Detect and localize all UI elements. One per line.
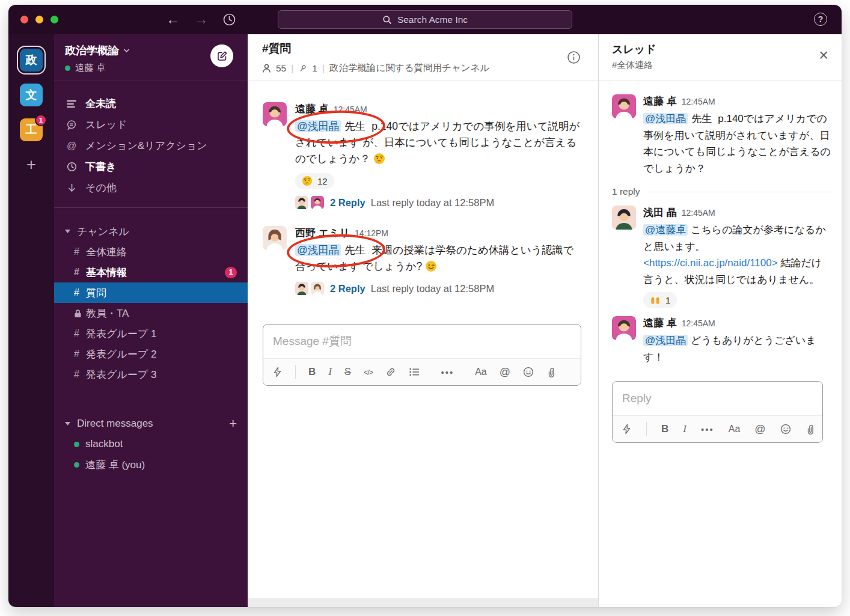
ordered-list-icon[interactable]	[409, 367, 420, 377]
minimize-window-button[interactable]	[35, 16, 43, 23]
italic-button[interactable]: I	[328, 366, 332, 378]
message-author[interactable]: 浅田 晶	[643, 206, 677, 219]
channel-info-button[interactable]	[566, 50, 581, 65]
mention-asada[interactable]: @浅田晶	[295, 244, 341, 256]
reply-count-label: 1 reply	[612, 186, 640, 197]
channel-item-zentai[interactable]: # 全体連絡	[54, 242, 248, 262]
channel-item-shitsumon-selected[interactable]: # 質問	[54, 282, 248, 303]
dm-item-self[interactable]: 遠藤 卓 (you)	[54, 454, 248, 475]
message-time[interactable]: 14:12PM	[355, 228, 388, 238]
help-button[interactable]: ?	[814, 13, 827, 26]
message-author[interactable]: 遠藤 卓	[643, 316, 677, 330]
sidebar-item-drafts[interactable]: 下書き	[54, 156, 248, 177]
reply-count-link[interactable]: 2 Reply	[330, 283, 365, 294]
strikethrough-button[interactable]: S	[344, 367, 351, 377]
cinii-link[interactable]: <https://ci.nii.ac.jp/naid/1100>	[643, 257, 778, 269]
avatar-endo[interactable]	[612, 316, 636, 340]
channel-item-group2[interactable]: # 発表グループ 2	[54, 344, 248, 364]
presence-dot	[74, 462, 79, 468]
channel-item-group3[interactable]: # 発表グループ 3	[54, 364, 248, 385]
add-dm-button[interactable]: +	[229, 416, 237, 432]
message-time[interactable]: 12:45AM	[682, 319, 715, 328]
mention-button[interactable]: @	[500, 366, 510, 379]
close-window-button[interactable]	[20, 16, 28, 23]
avatar-nishino[interactable]	[263, 226, 287, 250]
code-button[interactable]: </>	[364, 368, 373, 377]
mention-asada[interactable]: @浅田晶	[295, 120, 341, 132]
member-count[interactable]: 55	[276, 63, 286, 74]
attachment-icon[interactable]	[546, 367, 556, 377]
more-options-button[interactable]: •••	[701, 424, 714, 435]
message-composer: B I S </> ••• Aa @	[263, 324, 581, 386]
replies-separator: 1 reply	[612, 186, 831, 197]
avatar-endo[interactable]	[612, 94, 636, 118]
history-back-button[interactable]: ←	[166, 13, 180, 26]
text-format-button[interactable]: Aa	[729, 424, 741, 435]
hash-icon: #	[74, 267, 86, 278]
mention-endo[interactable]: @遠藤卓	[643, 224, 688, 236]
workspace-switcher-2[interactable]: 文	[20, 84, 43, 106]
thread-preview[interactable]: 2 Reply Last reply today at 12:58PM	[295, 196, 584, 209]
sidebar-item-all-unread[interactable]: 全未読	[54, 93, 248, 114]
traffic-lights	[20, 16, 58, 23]
unread-badge: 1	[35, 114, 47, 126]
new-message-button[interactable]	[210, 44, 233, 67]
close-icon[interactable]: ×	[819, 47, 828, 64]
last-reply-time: Last reply today at 12:58PM	[371, 197, 494, 209]
dm-header[interactable]: Direct messages +	[54, 413, 248, 434]
add-workspace-button[interactable]: +	[26, 156, 36, 174]
thread-preview[interactable]: 2 Reply Last reply today at 12:58PM	[295, 282, 584, 295]
history-clock-icon[interactable]	[222, 13, 236, 26]
message-time[interactable]: 12:45AM	[682, 208, 715, 218]
channels-header[interactable]: チャンネル	[54, 221, 248, 242]
avatar-endo[interactable]	[263, 102, 287, 126]
search-input[interactable]: Search Acme Inc	[278, 10, 572, 29]
message-text: @浅田晶先生p.140ではアメリカでの事例を用いて説明がされていますが、日本につ…	[643, 111, 831, 177]
link-icon[interactable]	[385, 367, 396, 377]
sidebar-item-more[interactable]: その他	[54, 177, 248, 198]
lightning-icon[interactable]	[272, 367, 283, 377]
search-icon	[382, 15, 392, 25]
message-time[interactable]: 12:45AM	[334, 105, 367, 114]
hash-icon: #	[74, 369, 86, 380]
message-author[interactable]: 遠藤 卓	[643, 94, 677, 108]
bold-button[interactable]: B	[661, 423, 668, 435]
text-format-button[interactable]: Aa	[475, 367, 487, 377]
channel-item-group1[interactable]: # 発表グループ 1	[54, 323, 248, 344]
italic-button[interactable]: I	[683, 423, 686, 435]
sidebar-item-mentions[interactable]: @ メンション&リアクション	[54, 135, 248, 156]
history-forward-button[interactable]: →	[194, 13, 208, 26]
bold-button[interactable]: B	[308, 366, 316, 378]
attachment-icon[interactable]	[806, 424, 815, 435]
emoji-icon[interactable]	[780, 424, 791, 435]
pin-count[interactable]: 1	[312, 63, 317, 74]
more-options-button[interactable]: •••	[441, 367, 454, 377]
mention-asada[interactable]: @浅田晶	[643, 335, 688, 346]
workspace-rail: 政 文 工 1 +	[8, 34, 54, 607]
sidebar: 政治学概論 遠藤 卓	[54, 34, 248, 607]
avatar-asada[interactable]	[612, 206, 636, 230]
mention-button[interactable]: @	[754, 423, 765, 436]
mention-asada[interactable]: @浅田晶	[643, 113, 688, 124]
channel-item-kyoin-ta[interactable]: 教員・TA	[54, 303, 248, 323]
reaction-pill[interactable]: 12	[295, 173, 334, 189]
message-author[interactable]: 西野 エミリ	[295, 226, 350, 240]
message-input[interactable]	[263, 325, 581, 358]
reaction-pill[interactable]: 1	[643, 292, 677, 308]
channel-item-kihon[interactable]: # 基本情報 1	[54, 262, 248, 282]
reply-count-link[interactable]: 2 Reply	[330, 197, 365, 209]
dm-item-slackbot[interactable]: slackbot	[54, 434, 248, 454]
workspace-switcher-active[interactable]: 政	[20, 49, 43, 72]
lightning-icon[interactable]	[622, 424, 632, 435]
zoom-window-button[interactable]	[50, 16, 58, 23]
message-time[interactable]: 12:45AM	[682, 97, 715, 106]
workspace-switcher-3[interactable]: 工 1	[20, 118, 43, 141]
message-text: @浅田晶 どうもありがとうございます！	[643, 332, 831, 365]
thread-title: スレッド	[612, 42, 830, 56]
thread-channel[interactable]: #全体連絡	[612, 59, 830, 71]
reply-input[interactable]	[613, 382, 822, 415]
sidebar-item-threads[interactable]: スレッド	[54, 114, 248, 135]
thread-reply-endo: 遠藤 卓 12:45AM @浅田晶 どうもありがとうございます！	[612, 316, 831, 365]
emoji-icon[interactable]	[523, 367, 534, 377]
message-author[interactable]: 遠藤 卓	[295, 102, 329, 116]
